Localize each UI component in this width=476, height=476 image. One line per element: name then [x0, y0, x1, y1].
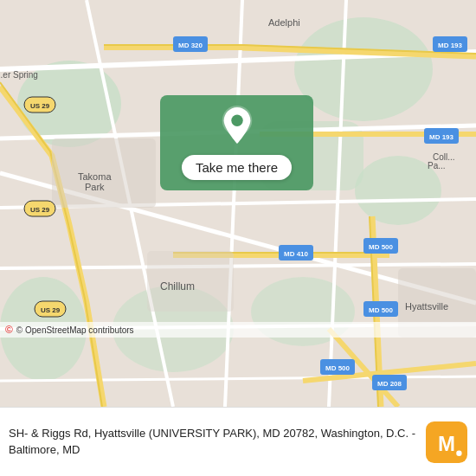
svg-text:...er Spring: ...er Spring	[0, 70, 38, 80]
svg-text:Pa...: Pa...	[428, 161, 446, 170]
svg-text:Takoma: Takoma	[78, 171, 112, 182]
svg-text:Adelphi: Adelphi	[268, 17, 300, 28]
svg-text:Hyattsville: Hyattsville	[405, 301, 448, 312]
map-background: Takoma Park Chillum Hyattsville Adelphi …	[0, 0, 476, 407]
svg-text:MD 320: MD 320	[178, 42, 203, 49]
svg-text:MD 193: MD 193	[429, 133, 454, 141]
svg-text:MD 500: MD 500	[325, 364, 351, 372]
svg-point-63	[231, 115, 242, 126]
svg-text:M: M	[438, 432, 455, 455]
take-me-there-button[interactable]: Take me there	[182, 155, 292, 180]
moovit-logo: M	[426, 421, 467, 463]
map-container: Takoma Park Chillum Hyattsville Adelphi …	[0, 0, 476, 407]
attribution-text: © OpenStreetMap contributors	[16, 325, 134, 335]
osm-logo: ©	[5, 324, 13, 336]
svg-point-2	[294, 17, 433, 121]
location-card: Take me there	[160, 95, 313, 190]
svg-text:US 29: US 29	[41, 306, 61, 314]
svg-text:MD 500: MD 500	[369, 306, 394, 314]
svg-text:US 29: US 29	[30, 102, 50, 110]
location-pin-icon	[220, 106, 254, 147]
svg-text:MD 208: MD 208	[377, 380, 402, 388]
svg-text:Park: Park	[85, 182, 105, 192]
footer-address: SH- & Riggs Rd, Hyattsville (UNIVERSITY …	[9, 426, 419, 457]
svg-text:MD 500: MD 500	[369, 243, 394, 251]
svg-text:Chillum: Chillum	[160, 280, 195, 293]
footer: SH- & Riggs Rd, Hyattsville (UNIVERSITY …	[0, 407, 476, 476]
svg-text:MD 410: MD 410	[284, 250, 309, 258]
svg-point-66	[456, 450, 461, 455]
svg-text:MD 193: MD 193	[438, 42, 463, 49]
svg-text:US 29: US 29	[30, 206, 50, 214]
moovit-icon: M	[426, 421, 467, 463]
attribution-bar: © © OpenStreetMap contributors	[0, 322, 476, 338]
